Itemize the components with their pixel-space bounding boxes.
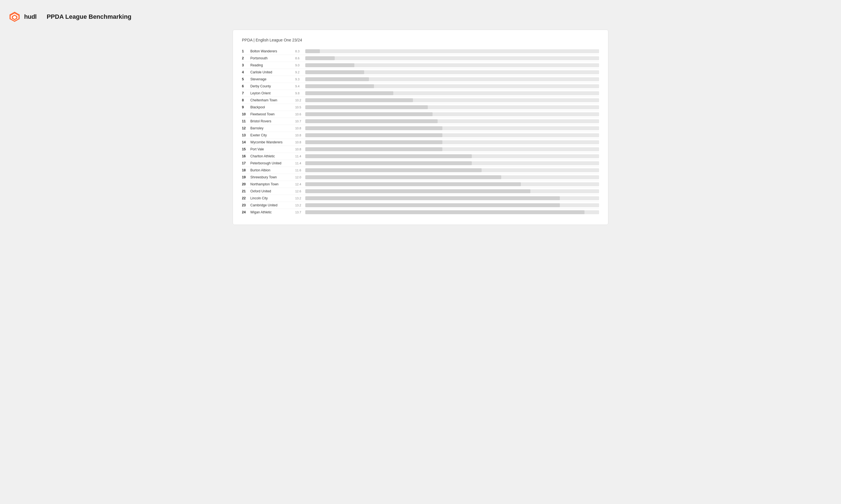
hudl-logo-icon <box>8 11 21 23</box>
team-name: Oxford United <box>250 189 295 193</box>
team-row: 22Lincoln City13.2 <box>242 195 599 202</box>
team-name: Bristol Rovers <box>250 119 295 123</box>
bar-fill <box>305 126 442 130</box>
team-name: Reading <box>250 63 295 67</box>
team-name: Wycombe Wanderers <box>250 140 295 144</box>
team-row: 15Port Vale10.8 <box>242 146 599 153</box>
bar-value: 10.8 <box>295 127 305 130</box>
team-row: 10Fleetwood Town10.6 <box>242 111 599 118</box>
bar-track <box>305 175 599 179</box>
bar-container: 9.3 <box>295 77 599 81</box>
bar-fill <box>305 182 521 186</box>
bar-fill <box>305 112 432 116</box>
team-name: Northampton Town <box>250 182 295 186</box>
bar-fill <box>305 63 354 67</box>
team-rank: 9 <box>242 105 250 109</box>
bar-container: 10.7 <box>295 119 599 123</box>
team-name: Stevenage <box>250 77 295 81</box>
team-name: Portsmouth <box>250 56 295 60</box>
bar-container: 10.2 <box>295 98 599 102</box>
bar-value: 10.8 <box>295 133 305 137</box>
bar-fill <box>305 49 320 53</box>
team-rank: 13 <box>242 133 250 137</box>
team-name: Barnsley <box>250 126 295 130</box>
bar-track <box>305 210 599 214</box>
team-rank: 1 <box>242 49 250 53</box>
bar-fill <box>305 140 442 144</box>
team-rank: 11 <box>242 119 250 123</box>
bar-track <box>305 203 599 207</box>
team-row: 24Wigan Athletic13.7 <box>242 209 599 216</box>
bar-container: 13.2 <box>295 203 599 207</box>
bar-container: 9.0 <box>295 63 599 67</box>
team-rank: 5 <box>242 77 250 81</box>
team-name: Peterborough United <box>250 161 295 165</box>
bar-container: 8.6 <box>295 56 599 60</box>
bar-container: 13.7 <box>295 210 599 214</box>
bar-container: 10.5 <box>295 105 599 109</box>
team-rank: 6 <box>242 84 250 88</box>
bar-track <box>305 161 599 165</box>
team-rank: 15 <box>242 147 250 151</box>
bar-container: 12.4 <box>295 182 599 186</box>
bar-track <box>305 140 599 144</box>
header: hudl PPDA League Benchmarking <box>5 5 836 30</box>
bar-fill <box>305 147 442 151</box>
bar-track <box>305 56 599 60</box>
bar-value: 8.6 <box>295 57 305 60</box>
team-name: Burton Albion <box>250 168 295 172</box>
bar-fill <box>305 161 472 165</box>
bar-track <box>305 98 599 102</box>
bar-container: 11.4 <box>295 154 599 158</box>
bar-value: 10.6 <box>295 112 305 116</box>
bar-value: 10.2 <box>295 98 305 102</box>
bar-container: 10.8 <box>295 140 599 144</box>
bar-value: 10.8 <box>295 141 305 144</box>
team-row: 17Peterborough United11.4 <box>242 160 599 167</box>
team-name: Bolton Wanderers <box>250 49 295 53</box>
team-row: 23Cambridge United13.2 <box>242 202 599 209</box>
bar-fill <box>305 77 369 81</box>
bar-container: 10.8 <box>295 133 599 137</box>
hudl-logo-text: hudl <box>24 13 36 20</box>
bar-value: 10.8 <box>295 147 305 151</box>
bar-value: 9.4 <box>295 85 305 88</box>
bar-container: 9.8 <box>295 91 599 95</box>
bar-fill <box>305 210 584 214</box>
team-row: 14Wycombe Wanderers10.8 <box>242 139 599 146</box>
team-name: Cambridge United <box>250 203 295 207</box>
team-row: 11Bristol Rovers10.7 <box>242 118 599 125</box>
bar-track <box>305 70 599 74</box>
bar-fill <box>305 105 428 109</box>
team-rank: 12 <box>242 126 250 130</box>
bar-fill <box>305 56 335 60</box>
bar-fill <box>305 154 472 158</box>
team-rank: 16 <box>242 154 250 158</box>
bar-value: 9.3 <box>295 77 305 81</box>
bar-fill <box>305 84 374 88</box>
team-row: 12Barnsley10.8 <box>242 125 599 132</box>
bar-track <box>305 119 599 123</box>
team-name: Leyton Orient <box>250 91 295 95</box>
team-row: 16Charlton Athletic11.4 <box>242 153 599 160</box>
bar-value: 11.4 <box>295 162 305 165</box>
bar-value: 13.7 <box>295 211 305 214</box>
team-name: Charlton Athletic <box>250 154 295 158</box>
team-rank: 19 <box>242 175 250 179</box>
bar-track <box>305 189 599 193</box>
team-rank: 2 <box>242 56 250 60</box>
team-rank: 3 <box>242 63 250 67</box>
bar-fill <box>305 91 393 95</box>
team-rank: 23 <box>242 203 250 207</box>
team-row: 6Derby County9.4 <box>242 83 599 90</box>
team-rank: 14 <box>242 140 250 144</box>
bar-fill <box>305 168 482 172</box>
bar-container: 10.8 <box>295 126 599 130</box>
team-rank: 21 <box>242 189 250 193</box>
team-rank: 22 <box>242 196 250 200</box>
bar-value: 13.2 <box>295 197 305 200</box>
team-name: Fleetwood Town <box>250 112 295 116</box>
bar-value: 9.8 <box>295 92 305 95</box>
bar-track <box>305 168 599 172</box>
bar-track <box>305 77 599 81</box>
